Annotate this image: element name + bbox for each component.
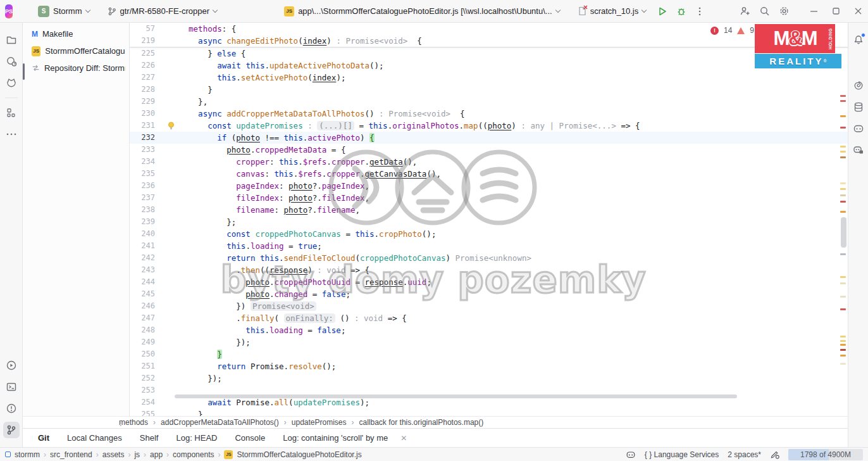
code-line-235[interactable]: 235 canvas: this.$refs.cropper.getCanvas… [130,168,848,180]
code-line-239[interactable]: 239 }; [130,216,848,228]
tab-log-scroll[interactable]: Log: containing 'scroll' by me [275,431,395,445]
github-pull-requests-icon[interactable] [3,75,20,91]
line-number[interactable]: 238 [130,204,159,216]
list-item-stormm-editor[interactable]: JS StormmOfferCatalogueP [23,42,129,60]
terminal-tool-icon[interactable] [3,379,20,395]
code-line-244[interactable]: 244 photo.croppedPhotoUuid = response.uu… [130,276,848,288]
code-line-219[interactable]: 219 async changeEditPhoto(index) : Promi… [130,35,848,47]
error-stripe-mark[interactable] [840,349,846,351]
code-line-255[interactable]: 255 }, [130,408,848,416]
error-stripe-mark[interactable] [840,355,846,357]
code-line-242[interactable]: 242 return this.sendFileToCloud(croppedP… [130,252,848,264]
error-stripe-mark[interactable] [840,340,846,342]
line-number[interactable]: 236 [130,180,159,192]
line-number[interactable]: 251 [130,360,159,372]
line-number[interactable]: 241 [130,240,159,252]
vertical-scrollbar-thumb[interactable] [841,217,846,248]
line-number[interactable]: 244 [130,276,159,288]
tab-shelf[interactable]: Shelf [132,431,166,445]
line-number[interactable]: 249 [130,336,159,348]
line-number[interactable]: 242 [130,252,159,264]
status-path-item[interactable]: assets [102,450,125,459]
breadcrumb-item[interactable]: callback for this.originalPhotos.map() [359,418,484,427]
branch-widget[interactable]: gtr/MR-6580-FE-cropper [102,4,223,18]
copilot-chat-icon[interactable] [850,142,867,158]
status-path-file[interactable]: StormmOfferCataloguePhotoEditor.js [237,450,361,459]
window-close-button[interactable] [854,7,862,15]
line-number[interactable]: 226 [130,60,159,72]
line-number[interactable]: 233 [130,144,159,156]
more-actions-icon[interactable] [695,6,704,16]
error-stripe-mark[interactable] [840,276,846,278]
code-line-248[interactable]: 248 this.loading = false; [130,324,848,336]
line-number[interactable]: 232 [130,132,159,144]
close-tab-icon[interactable]: ✕ [398,434,409,443]
line-number[interactable]: 227 [130,72,159,84]
line-number[interactable]: 237 [130,192,159,204]
memory-indicator[interactable]: 1798 of 4900M [788,449,863,460]
tab-local-changes[interactable]: Local Changes [59,431,130,445]
line-number[interactable]: 255 [130,408,159,416]
code-line-241[interactable]: 241 this.loading = true; [130,240,848,252]
line-number[interactable]: 231 [130,120,159,132]
list-item-makefile[interactable]: M Makefile [23,25,129,42]
code-line-226[interactable]: 226 await this.updateActivePhotoData(); [130,60,848,72]
status-path-item[interactable]: app [150,450,163,459]
error-stripe-mark[interactable] [840,296,846,298]
line-number[interactable]: 57 [130,23,159,35]
code-line-252[interactable]: 252 }); [130,372,848,384]
error-stripe-mark[interactable] [840,194,846,196]
file-path-widget[interactable]: JS app\...\StormmOfferCataloguePhotoEdit… [279,4,565,19]
line-number[interactable]: 253 [130,384,159,396]
settings-gear-icon[interactable] [779,6,790,16]
search-everywhere-icon[interactable] [759,6,770,16]
tab-console[interactable]: Console [227,431,273,445]
run-button[interactable] [657,6,667,16]
write-mode-icon[interactable] [770,450,779,459]
tab-log-head[interactable]: Log: HEAD [168,431,225,445]
more-breadcrumb-icon[interactable]: … [118,419,127,427]
line-number[interactable]: 246 [130,300,159,312]
horizontal-scrollbar[interactable] [175,395,737,398]
code-line-227[interactable]: 227 this.setActivePhoto(index); [130,72,848,84]
breadcrumb-item[interactable]: addCropperMetaDataToAllPhotos() [161,418,279,427]
line-number[interactable]: 230 [130,108,159,120]
line-number[interactable]: 240 [130,228,159,240]
indent-widget[interactable]: 2 spaces* [728,450,761,459]
list-item-repository-diff[interactable]: Repository Diff: StormmO [23,60,129,77]
code-line-243[interactable]: 243 .then((response) : void => { [130,264,848,276]
code-line-250[interactable]: 250 } [130,348,848,360]
line-number[interactable]: 243 [130,264,159,276]
git-tool-icon[interactable] [3,422,20,438]
code-line-231[interactable]: 231 const updatePromises : (...)[] = thi… [130,120,848,132]
notifications-bell-icon[interactable] [850,32,867,48]
vertical-scrollbar[interactable] [839,23,848,416]
code-line-238[interactable]: 238 filename: photo?.filename, [130,204,848,216]
error-stripe-mark[interactable] [840,127,846,129]
code-line-225[interactable]: 225 } else { [130,47,848,60]
structure-tool-icon[interactable] [3,104,20,121]
line-number[interactable]: 250 [130,348,159,360]
code-line-228[interactable]: 228 } [130,84,848,96]
project-tool-icon[interactable] [3,32,20,48]
line-number[interactable]: 228 [130,84,159,96]
error-stripe-mark[interactable] [840,363,846,365]
language-services-widget[interactable]: { } Language Services [645,450,719,459]
line-number[interactable]: 247 [130,312,159,324]
line-number[interactable]: 225 [130,47,159,60]
code-editor[interactable]: 57 methods: {219 async changeEditPhoto(i… [130,23,848,416]
error-stripe-mark[interactable] [840,253,846,255]
database-tool-icon[interactable] [850,99,867,115]
status-path-item[interactable]: src_frontend [50,450,92,459]
run-config-widget[interactable]: scratch_10.js [573,4,652,18]
code-line-245[interactable]: 245 photo.changed = false; [130,288,848,300]
error-stripe-mark[interactable] [840,115,846,117]
line-number[interactable]: 234 [130,156,159,168]
code-line-230[interactable]: 230 async addCropperMetaDataToAllPhotos(… [130,108,848,120]
ide-logo-icon[interactable]: PS [5,4,13,18]
code-with-me-icon[interactable] [740,6,750,16]
error-stripe-mark[interactable] [840,151,846,153]
project-widget[interactable]: S Stormm [33,3,95,20]
error-stripe-mark[interactable] [840,95,846,97]
error-stripe-mark[interactable] [840,156,846,158]
